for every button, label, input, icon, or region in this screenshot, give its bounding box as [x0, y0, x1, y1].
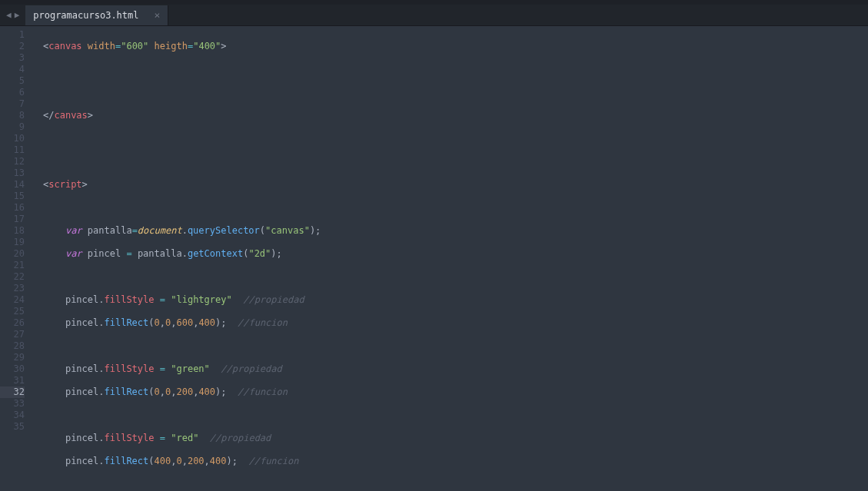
line-number[interactable]: 34 [0, 410, 25, 421]
line-number[interactable]: 31 [0, 375, 25, 386]
line-number[interactable]: 10 [0, 133, 25, 144]
tag-canvas-open: canvas [48, 41, 81, 51]
code-content[interactable]: <canvas width="600" heigth="400"> </canv… [40, 26, 321, 491]
line-number[interactable]: 6 [0, 87, 25, 98]
line-number[interactable]: 19 [0, 237, 25, 248]
line-number[interactable]: 1 [0, 29, 25, 41]
line-number[interactable]: 33 [0, 398, 25, 410]
tab-filename: programacurso3.html [33, 10, 138, 21]
editor-area[interactable]: 1234567891011121314151617181920212223242… [0, 26, 868, 491]
line-number[interactable]: 30 [0, 363, 25, 375]
line-number[interactable]: 24 [0, 294, 25, 306]
line-number[interactable]: 21 [0, 260, 25, 271]
tab-close-icon[interactable]: × [155, 10, 161, 20]
line-number[interactable]: 13 [0, 168, 25, 179]
line-number[interactable]: 27 [0, 329, 25, 340]
nav-forward-icon[interactable]: ▶ [15, 10, 20, 20]
line-number[interactable]: 8 [0, 110, 25, 121]
line-number[interactable]: 4 [0, 64, 25, 75]
line-number[interactable]: 25 [0, 306, 25, 317]
line-number[interactable]: 18 [0, 225, 25, 237]
line-number[interactable]: 29 [0, 352, 25, 363]
nav-back-icon[interactable]: ◀ [6, 10, 12, 20]
line-number[interactable]: 11 [0, 144, 25, 156]
line-number[interactable]: 5 [0, 75, 25, 87]
tag-script-open: script [48, 179, 81, 190]
tab-active[interactable]: programacurso3.html × [25, 5, 168, 25]
line-number[interactable]: 32 [0, 386, 25, 398]
line-number[interactable]: 26 [0, 317, 25, 329]
tab-bar: ◀ ▶ programacurso3.html × [0, 5, 868, 26]
tag-canvas-close: canvas [54, 110, 87, 121]
line-number[interactable]: 15 [0, 191, 25, 202]
line-number[interactable]: 14 [0, 179, 25, 191]
line-number[interactable]: 12 [0, 156, 25, 168]
line-number[interactable]: 16 [0, 202, 25, 214]
fold-column [32, 26, 40, 491]
nav-arrows: ◀ ▶ [0, 10, 25, 20]
line-number[interactable]: 22 [0, 271, 25, 283]
line-number-gutter: 1234567891011121314151617181920212223242… [0, 26, 32, 491]
line-number[interactable]: 28 [0, 340, 25, 352]
line-number[interactable]: 3 [0, 52, 25, 64]
line-number[interactable]: 17 [0, 214, 25, 225]
line-number[interactable]: 2 [0, 41, 25, 52]
line-number[interactable]: 20 [0, 248, 25, 260]
line-number[interactable]: 9 [0, 121, 25, 133]
line-number[interactable]: 35 [0, 421, 25, 433]
line-number[interactable]: 7 [0, 98, 25, 110]
line-number[interactable]: 23 [0, 283, 25, 294]
